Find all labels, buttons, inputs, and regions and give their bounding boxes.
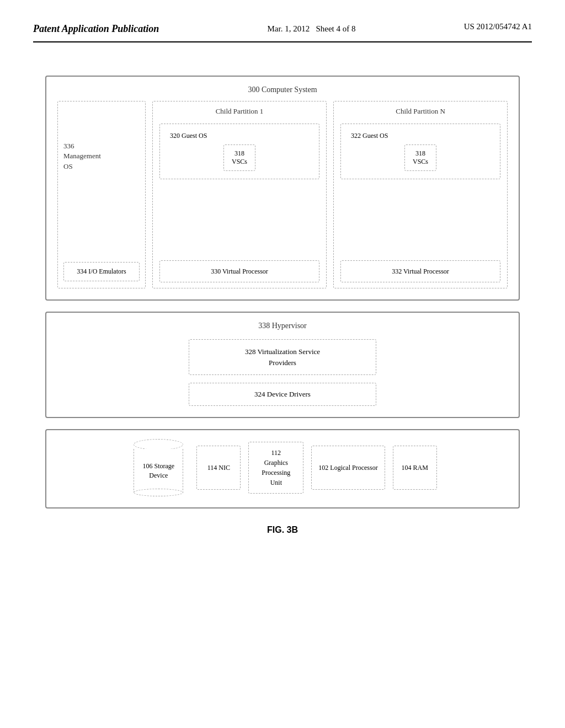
gpu-box: 112GraphicsProcessingUnit <box>248 442 303 494</box>
cylinder-main: 106 Storage Device <box>134 449 183 493</box>
child-partition-n: Child Partition N 322 Guest OS 318VSCs 3… <box>333 101 508 288</box>
child-partition-1-label: Child Partition 1 <box>159 107 319 116</box>
guest-os-320-box: 320 Guest OS 318VSCs <box>159 124 319 179</box>
hypervisor-inner: 328 Virtualization ServiceProviders 324 … <box>57 339 508 406</box>
gpu-label: 112GraphicsProcessingUnit <box>262 448 290 488</box>
guest-os-320-label: 320 Guest OS <box>170 132 207 140</box>
header: Patent Application Publication Mar. 1, 2… <box>33 22 532 42</box>
mgmt-os-label: 336ManagementOS <box>63 141 140 172</box>
device-drivers-box: 324 Device Drivers <box>189 383 376 406</box>
cylinder-bottom <box>134 489 183 496</box>
virtual-processor-332-box: 332 Virtual Processor <box>340 260 500 282</box>
storage-device: 106 Storage Device <box>128 439 189 496</box>
cylinder-top <box>134 439 183 450</box>
nic-label: 114 NIC <box>207 463 230 473</box>
computer-system-box: 300 Computer System 336ManagementOS 334 … <box>45 76 520 301</box>
partitions-row: 336ManagementOS 334 I/O Emulators Child … <box>57 101 508 288</box>
storage-label: 106 Storage Device <box>138 462 178 480</box>
guest-os-322-box: 322 Guest OS 318VSCs <box>340 124 500 179</box>
io-emulators-label: 334 I/O Emulators <box>77 267 126 275</box>
vsp-label: 328 Virtualization ServiceProviders <box>245 347 320 367</box>
hypervisor-label: 338 Hypervisor <box>57 322 508 330</box>
ram-label: 104 RAM <box>401 463 428 473</box>
logical-processor-box: 102 Logical Processor <box>311 446 385 490</box>
io-emulators-box: 334 I/O Emulators <box>63 262 140 281</box>
vsp-box: 328 Virtualization ServiceProviders <box>189 339 376 375</box>
publication-date: Mar. 1, 2012 <box>268 24 310 33</box>
guest-os-320-inner: 320 Guest OS 318VSCs <box>166 129 313 174</box>
ram-box: 104 RAM <box>393 446 437 490</box>
diagram-area: 300 Computer System 336ManagementOS 334 … <box>33 76 532 508</box>
virtual-processor-332-label: 332 Virtual Processor <box>392 267 449 275</box>
hardware-box: 106 Storage Device 114 NIC 112GraphicsPr… <box>45 429 520 508</box>
hardware-row: 106 Storage Device 114 NIC 112GraphicsPr… <box>57 439 508 496</box>
guest-os-322-label: 322 Guest OS <box>351 132 388 140</box>
computer-system-label: 300 Computer System <box>57 85 508 94</box>
mgmt-os-section: 336ManagementOS 334 I/O Emulators <box>57 101 146 288</box>
vscs-318-label-2: 318VSCs <box>413 149 428 165</box>
device-drivers-label: 324 Device Drivers <box>254 390 311 398</box>
patent-number: US 2012/054742 A1 <box>464 22 532 31</box>
sheet-info: Sheet 4 of 8 <box>316 24 355 33</box>
header-center: Mar. 1, 2012 Sheet 4 of 8 <box>268 22 356 35</box>
virtual-processor-330-label: 330 Virtual Processor <box>211 267 268 275</box>
child-partition-n-label: Child Partition N <box>340 107 500 116</box>
logical-processor-label: 102 Logical Processor <box>318 463 377 473</box>
nic-box: 114 NIC <box>196 446 241 490</box>
publication-title: Patent Application Publication <box>33 22 159 36</box>
vscs-318-label-1: 318VSCs <box>232 149 247 165</box>
page: Patent Application Publication Mar. 1, 2… <box>0 0 565 728</box>
vscs-318-box-2: 318VSCs <box>404 144 436 171</box>
figure-label: FIG. 3B <box>33 525 532 535</box>
child-partition-1: Child Partition 1 320 Guest OS 318VSCs 3… <box>152 101 327 288</box>
virtual-processor-330-box: 330 Virtual Processor <box>159 260 319 282</box>
vscs-318-box-1: 318VSCs <box>223 144 255 171</box>
hypervisor-box: 338 Hypervisor 328 Virtualization Servic… <box>45 312 520 418</box>
guest-os-322-inner: 322 Guest OS 318VSCs <box>347 129 494 174</box>
